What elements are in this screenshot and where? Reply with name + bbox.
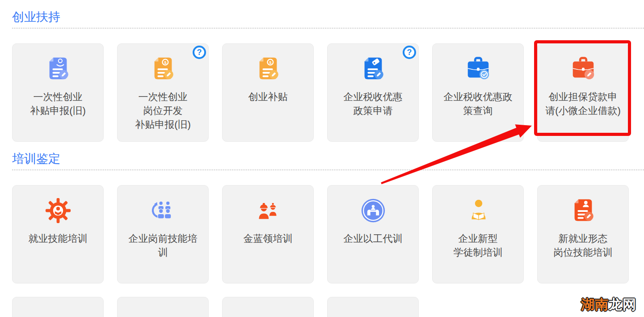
section-divider (12, 28, 644, 29)
briefcase-check-blue-icon (433, 55, 523, 83)
watermark: 湖南龙网 (581, 296, 636, 314)
service-card-label: 企业以工代训 (331, 232, 416, 245)
service-card-label: 企业新型 学徒制培训 (436, 232, 521, 259)
section-title: 创业扶持 (0, 0, 644, 24)
service-card-label: 一次性创业 补贴申报(旧) (16, 90, 101, 118)
service-card-label: 企业税收优惠政 策查询 (436, 90, 521, 118)
doc-gear-yellow-icon: $ (118, 55, 208, 83)
svg-text:$: $ (269, 60, 272, 65)
service-card-partial[interactable] (327, 297, 419, 317)
help-badge-icon[interactable]: ? (193, 46, 206, 59)
people-group-blue-icon (118, 197, 208, 224)
watermark-part2: 龙网 (609, 297, 636, 312)
services-panel: 创业扶持 一次性创业 补贴申报(旧) $一次性创业 岗位开发 补贴申报(旧)? … (0, 0, 644, 317)
doc-tag-blue-icon (328, 55, 418, 83)
section-title: 培训鉴定 (0, 142, 644, 166)
card-grid-partial (12, 297, 644, 317)
service-card-partial[interactable] (12, 297, 104, 317)
service-card-0-3[interactable]: 企业税收优惠 政策申请? (327, 43, 419, 142)
service-card-label: 企业税收优惠 政策申请 (331, 90, 416, 118)
service-card-label: 就业技能培训 (16, 232, 101, 245)
service-card-1-1[interactable]: 企业岗前技能培 训 (117, 185, 209, 283)
service-card-1-5[interactable]: 新就业形态 岗位技能培训 (537, 185, 629, 283)
card-grid: 就业技能培训 企业岗前技能培 训 金蓝领培训 企业以工代训 企业新型 学徒制培训… (12, 185, 644, 283)
service-card-1-4[interactable]: 企业新型 学徒制培训 (432, 185, 524, 283)
service-card-label: 创业担保贷款申 请(小微企业借款) (541, 90, 626, 118)
service-card-label: 一次性创业 岗位开发 补贴申报(旧) (121, 90, 206, 131)
gear-person-orange-icon (13, 197, 103, 224)
service-card-label: 金蓝领培训 (226, 232, 311, 245)
workers-orange-icon (223, 197, 313, 224)
svg-text:$: $ (164, 60, 167, 65)
briefcase-edit-orange-icon (538, 55, 628, 83)
service-card-1-0[interactable]: 就业技能培训 (12, 185, 104, 283)
card-grid: 一次性创业 补贴申报(旧) $一次性创业 岗位开发 补贴申报(旧)? $创业补贴… (12, 43, 644, 142)
watermark-part1: 湖南 (581, 297, 609, 312)
service-card-partial[interactable] (117, 297, 209, 317)
section-divider (12, 169, 644, 170)
meeting-circle-blue-icon (328, 197, 418, 224)
person-book-yellow-icon (433, 197, 523, 224)
help-badge-icon[interactable]: ? (403, 46, 416, 59)
service-card-label: 新就业形态 岗位技能培训 (541, 232, 626, 259)
doc-gear-yellow-icon: $ (223, 55, 313, 83)
service-card-partial[interactable] (222, 297, 314, 317)
service-card-0-1[interactable]: $一次性创业 岗位开发 补贴申报(旧)? (117, 43, 209, 142)
doc-person-orange-icon (538, 197, 628, 224)
service-card-1-2[interactable]: 金蓝领培训 (222, 185, 314, 283)
service-card-0-2[interactable]: $创业补贴 (222, 43, 314, 142)
doc-money-blue-icon (13, 55, 103, 83)
service-card-1-3[interactable]: 企业以工代训 (327, 185, 419, 283)
service-card-label: 创业补贴 (226, 90, 311, 104)
service-card-0-5[interactable]: 创业担保贷款申 请(小微企业借款) (537, 43, 629, 142)
service-card-label: 企业岗前技能培 训 (121, 232, 206, 259)
service-card-0-4[interactable]: 企业税收优惠政 策查询 (432, 43, 524, 142)
service-card-0-0[interactable]: 一次性创业 补贴申报(旧) (12, 43, 104, 142)
